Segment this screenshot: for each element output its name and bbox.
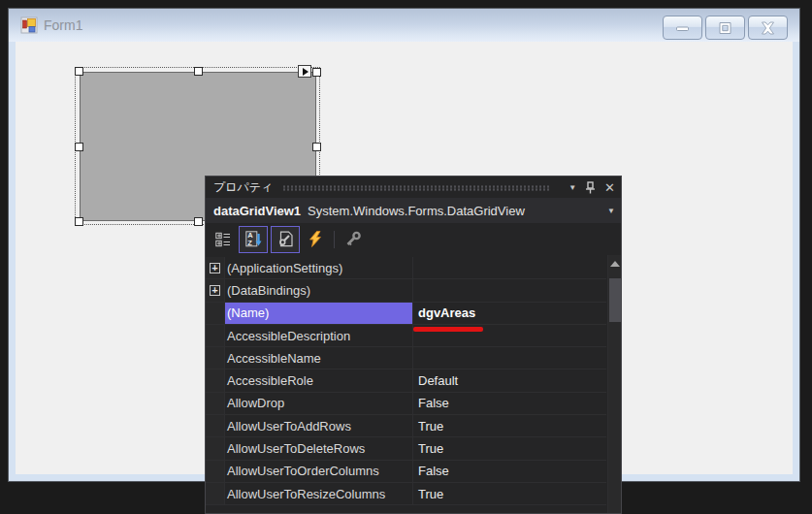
minimize-button[interactable] <box>663 16 702 40</box>
row-indent-margin: + <box>206 461 225 482</box>
property-value[interactable]: dgvAreas <box>413 303 606 324</box>
right-arrow-icon <box>303 68 309 76</box>
property-pages-button[interactable] <box>341 227 366 252</box>
property-row[interactable]: + AllowUserToAddRows True <box>206 415 606 437</box>
resize-handle-middle-left[interactable] <box>75 143 83 151</box>
property-name[interactable]: AllowUserToOrderColumns <box>225 461 413 482</box>
window-position-icon[interactable]: ▼ <box>568 183 576 192</box>
property-value[interactable]: True <box>413 483 606 504</box>
resize-handle-bottom-middle[interactable] <box>194 217 203 226</box>
maximize-icon <box>716 21 734 35</box>
property-name[interactable]: (ApplicationSettings) <box>225 257 413 278</box>
window-controls <box>663 16 788 40</box>
selected-object-type: System.Windows.Forms.DataGridView <box>308 204 525 218</box>
property-row[interactable]: + (DataBindings) <box>206 279 606 302</box>
panel-title: プロパティ <box>213 179 273 196</box>
chevron-down-icon: ▼ <box>607 207 615 215</box>
scroll-up-icon[interactable] <box>610 261 620 267</box>
properties-panel-header[interactable]: プロパティ ▼ ✕ <box>206 177 621 198</box>
property-row[interactable]: + AllowUserToDeleteRows True <box>206 437 606 460</box>
pin-icon[interactable] <box>585 181 596 194</box>
property-value[interactable]: True <box>413 437 606 459</box>
resize-handle-top-middle[interactable] <box>194 67 203 76</box>
row-indent-margin: + <box>206 393 225 414</box>
property-grid-rows: + (ApplicationSettings) + (DataBindings)… <box>206 257 606 505</box>
categorized-icon <box>215 232 231 247</box>
property-value[interactable]: False <box>413 393 606 414</box>
close-icon <box>759 21 777 35</box>
alphabetical-sort-button[interactable]: A Z <box>239 226 268 253</box>
row-indent-margin: + <box>206 437 225 459</box>
property-row[interactable]: + AllowDrop False <box>206 393 606 415</box>
property-name[interactable]: (Name) <box>225 303 413 324</box>
property-value[interactable] <box>413 347 606 369</box>
minimize-icon <box>673 21 692 35</box>
events-button[interactable] <box>303 227 328 252</box>
property-row[interactable]: + AccessibleDescription <box>206 325 606 347</box>
property-row[interactable]: + AllowUserToResizeColumns True <box>206 483 606 505</box>
close-button[interactable] <box>748 16 788 40</box>
window-title: Form1 <box>44 17 82 33</box>
property-grid: + (ApplicationSettings) + (DataBindings)… <box>206 255 621 513</box>
resize-handle-top-left[interactable] <box>75 67 83 76</box>
property-name[interactable]: AccessibleRole <box>225 369 413 391</box>
property-value[interactable]: True <box>413 415 606 436</box>
row-indent-margin: + <box>206 279 225 301</box>
events-icon <box>308 231 323 247</box>
property-row[interactable]: + AccessibleName <box>206 347 606 369</box>
row-indent-margin: + <box>206 325 225 346</box>
row-indent-margin: + <box>206 303 225 324</box>
property-value[interactable] <box>413 279 606 301</box>
row-indent-margin: + <box>206 369 225 391</box>
property-value[interactable]: Default <box>413 369 606 391</box>
properties-button[interactable] <box>271 226 300 253</box>
row-indent-margin: + <box>206 257 225 278</box>
row-indent-margin: + <box>206 347 225 369</box>
property-name[interactable]: AllowUserToAddRows <box>225 415 413 436</box>
property-value[interactable]: False <box>413 461 606 482</box>
resize-handle-middle-right[interactable] <box>312 143 321 151</box>
property-name[interactable]: AllowDrop <box>225 393 413 414</box>
expand-plus-icon[interactable]: + <box>210 285 220 296</box>
maximize-button[interactable] <box>705 16 745 40</box>
property-row[interactable]: + AccessibleRole Default <box>206 369 606 392</box>
row-indent-margin: + <box>206 415 225 436</box>
scrollbar-thumb[interactable] <box>609 278 621 322</box>
toolbar-separator <box>334 231 335 248</box>
property-pages-icon <box>345 231 362 247</box>
property-name[interactable]: AllowUserToDeleteRows <box>225 437 413 459</box>
red-underline-annotation <box>413 327 483 332</box>
expand-plus-icon[interactable]: + <box>210 263 220 273</box>
alphabetical-sort-icon: A Z <box>245 231 262 247</box>
object-selector-dropdown[interactable]: dataGridView1 System.Windows.Forms.DataG… <box>206 198 621 223</box>
form1-titlebar[interactable]: Form1 <box>9 9 799 42</box>
properties-toolbar: A Z <box>206 223 621 255</box>
drag-grip[interactable] <box>282 185 550 191</box>
svg-text:Z: Z <box>247 239 252 247</box>
winforms-app-icon <box>20 16 38 34</box>
property-name[interactable]: AllowUserToResizeColumns <box>225 483 413 504</box>
property-name[interactable]: (DataBindings) <box>225 279 413 301</box>
properties-panel: プロパティ ▼ ✕ dataGridView1 System.Windows.F… <box>205 176 622 514</box>
property-name[interactable]: AccessibleDescription <box>225 325 413 346</box>
resize-handle-bottom-left[interactable] <box>75 217 83 226</box>
property-row[interactable]: + (ApplicationSettings) <box>206 257 606 279</box>
close-icon[interactable]: ✕ <box>604 180 615 195</box>
properties-icon <box>277 231 294 247</box>
property-row[interactable]: + (Name) dgvAreas <box>206 303 606 325</box>
property-value[interactable] <box>413 257 606 278</box>
resize-handle-top-right[interactable] <box>312 68 321 77</box>
categorized-button[interactable] <box>211 227 236 252</box>
property-name[interactable]: AccessibleName <box>225 347 413 369</box>
vertical-scrollbar[interactable] <box>607 255 621 513</box>
selected-object-name: dataGridView1 <box>213 204 301 218</box>
property-row[interactable]: + AllowUserToOrderColumns False <box>206 461 606 483</box>
smart-tag-button[interactable] <box>298 65 311 78</box>
row-indent-margin: + <box>206 483 225 504</box>
designer-stage: Form1 <box>0 0 812 514</box>
